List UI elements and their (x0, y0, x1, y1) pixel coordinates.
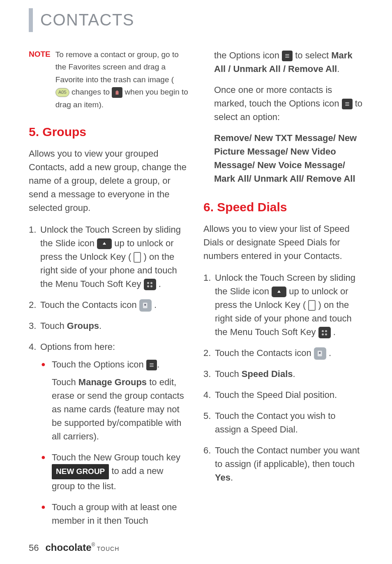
svg-rect-2 (150, 363, 153, 364)
step-3-c: . (99, 321, 101, 331)
bullet-3: Touch a group with at least one member i… (41, 500, 189, 527)
sd-step-3: Touch Speed Dials. (203, 367, 363, 381)
section-5-steps: Unlock the Touch Screen by sliding the S… (29, 223, 189, 527)
svg-point-12 (319, 352, 321, 354)
page-number: 56 (29, 543, 39, 553)
contacts-icon (314, 347, 326, 360)
right-column: the Options icon to select Mark All / Un… (203, 49, 363, 535)
step-4: Options from here: Touch the Options ico… (29, 340, 189, 527)
cont1-b: to select (295, 50, 331, 60)
sd-step-5: Touch the Contact you wish to assign a S… (203, 409, 363, 436)
trash-icon (112, 87, 122, 98)
bullet-1-para-b: Manage Groups (78, 377, 147, 387)
brand: chocolate® TOUCH (45, 542, 119, 553)
svg-rect-10 (345, 105, 349, 106)
options-icon (146, 360, 157, 370)
bullet-1: Touch the Options icon . Touch Manage Gr… (41, 358, 189, 443)
header: CONTACTS (29, 8, 363, 32)
left-column: NOTE To remove a contact or group, go to… (29, 49, 189, 535)
section-5-heading: 5. Groups (29, 123, 189, 141)
step-3-bold: Groups (67, 321, 99, 331)
continuation-2: Once one or more contacts is marked, tou… (203, 83, 363, 124)
section-6-intro: Allows you to view your list of Speed Di… (203, 222, 363, 263)
options-icon (342, 99, 353, 109)
new-group-button[interactable]: NEW GROUP (52, 464, 109, 479)
sd-6-a: Touch the Contact number you want to ass… (215, 445, 360, 469)
note-block: NOTE To remove a contact or group, go to… (29, 49, 189, 111)
step-2-b: . (154, 300, 157, 310)
step-3: Touch Groups. (29, 319, 189, 333)
sd-step-1: Unlock the Touch Screen by sliding the S… (203, 271, 363, 339)
section-6-steps: Unlock the Touch Screen by sliding the S… (203, 271, 363, 484)
svg-point-1 (144, 304, 146, 306)
cont1-d: . (337, 64, 339, 74)
contacts-icon (139, 299, 152, 312)
sd-6-b: Yes (215, 472, 231, 483)
svg-rect-8 (345, 102, 349, 103)
sd-2-a: Touch the Contacts icon (215, 348, 314, 358)
svg-rect-6 (285, 56, 289, 56)
menu-touch-key-icon (144, 279, 156, 290)
footer: 56 chocolate® TOUCH (29, 542, 119, 553)
sd-step-6: Touch the Contact number you want to ass… (203, 444, 363, 484)
unlock-key-icon (134, 252, 141, 263)
options-icon (282, 51, 293, 61)
step-3-a: Touch (40, 321, 67, 331)
step-1: Unlock the Touch Screen by sliding the S… (29, 223, 189, 291)
continuation-1: the Options icon to select Mark All / Un… (203, 49, 363, 76)
bullet-1-b: . (157, 359, 159, 370)
section-5-intro: Allows you to view your grouped Contacts… (29, 147, 189, 215)
step-2-a: Touch the Contacts icon (40, 300, 139, 310)
svg-rect-5 (285, 54, 289, 55)
bullet-1-a: Touch the Options icon (52, 359, 146, 370)
cont2-a: Once one or more contacts is marked, tou… (214, 85, 342, 109)
bullet-1-para: Touch Manage Groups to edit, erase or se… (52, 375, 189, 443)
content-columns: NOTE To remove a contact or group, go to… (29, 49, 363, 535)
svg-rect-7 (285, 57, 289, 58)
slide-up-icon (272, 287, 286, 297)
sd-3-b: Speed Dials (242, 369, 293, 379)
bullet-3-text: Touch a group with at least one member i… (52, 502, 177, 526)
sd-step-2: Touch the Contacts icon . (203, 346, 363, 360)
step-1-d: . (159, 279, 161, 289)
bullet-2: Touch the New Group touch key NEW GROUP … (41, 451, 189, 493)
continuation-3: Remove/ New TXT Message/ New Picture Mes… (203, 131, 363, 185)
note-text-mid: changes to (71, 88, 112, 96)
unlock-key-icon (308, 300, 316, 311)
sd-3-a: Touch (215, 369, 242, 379)
menu-touch-key-icon (318, 327, 331, 338)
brand-reg: ® (92, 542, 95, 548)
header-accent (29, 8, 33, 32)
step-2: Touch the Contacts icon . (29, 298, 189, 312)
oval-count-icon: A05 (55, 88, 69, 97)
step-4-bullets: Touch the Options icon . Touch Manage Gr… (40, 358, 189, 527)
slide-up-icon (97, 238, 112, 249)
sd-1-d: . (333, 327, 336, 337)
note-text-before: To remove a contact or group, go to the … (55, 50, 179, 84)
sd-step-4: Touch the Speed Dial position. (203, 388, 363, 402)
bullet-1-para-a: Touch (52, 377, 78, 387)
svg-rect-4 (150, 366, 153, 367)
sd-3-c: . (293, 369, 295, 379)
cont1-a: the Options icon (214, 50, 282, 60)
svg-rect-9 (345, 104, 349, 104)
bullet-2-a: Touch the New Group touch key (52, 452, 180, 462)
note-label: NOTE (29, 49, 51, 111)
step-4-text: Options from here: (40, 342, 115, 352)
note-text: To remove a contact or group, go to the … (55, 49, 189, 111)
svg-rect-3 (150, 365, 153, 365)
brand-sub: TOUCH (97, 546, 120, 552)
sd-6-c: . (231, 472, 233, 483)
sd-2-b: . (329, 348, 331, 358)
page-title: CONTACTS (40, 8, 134, 29)
brand-name: chocolate (45, 542, 91, 553)
section-6-heading: 6. Speed Dials (203, 198, 363, 216)
